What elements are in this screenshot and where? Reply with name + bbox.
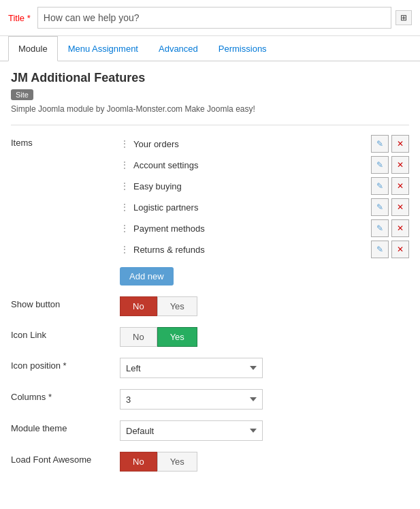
delete-button[interactable]: ✕ <box>391 156 409 174</box>
list-item: ⋮ Easy buying ✎ ✕ <box>120 177 409 195</box>
show-button-label: Show button <box>11 296 120 309</box>
edit-button[interactable]: ✎ <box>371 219 389 237</box>
edit-button[interactable]: ✎ <box>371 135 389 153</box>
delete-button[interactable]: ✕ <box>391 219 409 237</box>
add-new-button[interactable]: Add new <box>120 267 174 286</box>
title-input[interactable] <box>37 7 391 29</box>
item-name: Logistic partners <box>133 202 368 213</box>
title-label: Title * <box>8 13 31 23</box>
icon-position-wrapper: Left Right <box>120 358 263 378</box>
module-content: JM Additional Features Site Simple Jooml… <box>0 61 420 492</box>
delete-button[interactable]: ✕ <box>391 177 409 195</box>
site-badge: Site <box>11 89 33 100</box>
load-font-label: Load Font Awesome <box>11 452 120 465</box>
drag-icon[interactable]: ⋮ <box>120 159 129 170</box>
drag-icon[interactable]: ⋮ <box>120 181 129 191</box>
list-item: ⋮ Account settings ✎ ✕ <box>120 156 409 174</box>
edit-button[interactable]: ✎ <box>371 241 389 258</box>
tab-permissions[interactable]: Permissions <box>208 36 277 61</box>
list-item: ⋮ Logistic partners ✎ ✕ <box>120 198 409 216</box>
title-icon[interactable]: ⊞ <box>395 10 412 25</box>
item-name: Payment methods <box>133 223 368 234</box>
icon-link-toggle: No Yes <box>120 327 409 347</box>
icon-position-control: Left Right <box>120 358 409 378</box>
list-item: ⋮ Payment methods ✎ ✕ <box>120 219 409 237</box>
columns-row: Columns * 1 2 3 4 <box>11 389 409 410</box>
items-control: ⋮ Your orders ✎ ✕ ⋮ Account settings ✎ ✕… <box>120 135 409 286</box>
list-item: ⋮ Returns & refunds ✎ ✕ <box>120 241 409 258</box>
icon-link-label: Icon Link <box>11 327 120 340</box>
show-button-control: No Yes <box>120 296 409 316</box>
delete-button[interactable]: ✕ <box>391 135 409 153</box>
module-desc: Simple Joomla module by Joomla-Monster.c… <box>11 104 409 114</box>
item-name: Easy buying <box>133 181 368 191</box>
delete-button[interactable]: ✕ <box>391 241 409 258</box>
edit-button[interactable]: ✎ <box>371 198 389 216</box>
drag-icon[interactable]: ⋮ <box>120 223 129 234</box>
item-name: Account settings <box>133 160 368 170</box>
drag-icon[interactable]: ⋮ <box>120 138 129 149</box>
load-font-row: Load Font Awesome No Yes <box>11 452 409 472</box>
load-font-control: No Yes <box>120 452 409 472</box>
icon-link-yes[interactable]: Yes <box>157 327 197 347</box>
module-theme-label: Module theme <box>11 420 120 433</box>
icon-link-control: No Yes <box>120 327 409 347</box>
item-name: Your orders <box>133 139 368 149</box>
columns-wrapper: 1 2 3 4 <box>120 389 263 410</box>
drag-icon[interactable]: ⋮ <box>120 244 129 255</box>
columns-control: 1 2 3 4 <box>120 389 409 410</box>
divider <box>11 125 409 125</box>
edit-button[interactable]: ✎ <box>371 156 389 174</box>
show-button-yes[interactable]: Yes <box>157 296 197 316</box>
items-list: ⋮ Your orders ✎ ✕ ⋮ Account settings ✎ ✕… <box>120 135 409 258</box>
module-theme-wrapper: Default Light Dark <box>120 420 263 441</box>
tab-menu-assignment[interactable]: Menu Assignment <box>58 36 148 61</box>
items-row: Items ⋮ Your orders ✎ ✕ ⋮ Account settin… <box>11 135 409 286</box>
edit-button[interactable]: ✎ <box>371 177 389 195</box>
load-font-toggle: No Yes <box>120 452 409 472</box>
item-name: Returns & refunds <box>133 245 368 255</box>
show-button-no[interactable]: No <box>120 296 157 316</box>
delete-button[interactable]: ✕ <box>391 198 409 216</box>
columns-label: Columns * <box>11 389 120 402</box>
tab-module[interactable]: Module <box>8 36 58 61</box>
show-button-toggle: No Yes <box>120 296 409 316</box>
module-theme-control: Default Light Dark <box>120 420 409 441</box>
items-label: Items <box>11 135 120 148</box>
icon-position-select[interactable]: Left Right <box>120 358 263 378</box>
show-button-row: Show button No Yes <box>11 296 409 316</box>
icon-link-row: Icon Link No Yes <box>11 327 409 347</box>
icon-link-no[interactable]: No <box>120 327 157 347</box>
load-font-no[interactable]: No <box>120 452 157 472</box>
icon-position-row: Icon position * Left Right <box>11 358 409 378</box>
title-row: Title * ⊞ <box>0 0 420 36</box>
tab-advanced[interactable]: Advanced <box>148 36 208 61</box>
columns-select[interactable]: 1 2 3 4 <box>120 389 263 410</box>
drag-icon[interactable]: ⋮ <box>120 202 129 213</box>
load-font-yes[interactable]: Yes <box>157 452 197 472</box>
module-theme-select[interactable]: Default Light Dark <box>120 420 263 441</box>
icon-position-label: Icon position * <box>11 358 120 371</box>
tabs-bar: Module Menu Assignment Advanced Permissi… <box>0 36 420 61</box>
module-title: JM Additional Features <box>11 71 409 85</box>
list-item: ⋮ Your orders ✎ ✕ <box>120 135 409 153</box>
module-theme-row: Module theme Default Light Dark <box>11 420 409 441</box>
